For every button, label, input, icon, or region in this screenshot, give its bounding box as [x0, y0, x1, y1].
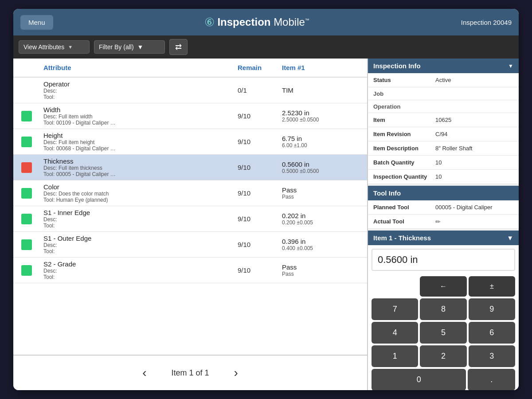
attr-indicator	[13, 238, 40, 252]
key-0[interactable]: 0	[372, 369, 466, 390]
info-row: Item Revision C/94	[368, 127, 519, 141]
keypad-row-0dot: 0 .	[372, 369, 515, 390]
measurement-header: Item 1 - Thickness ▼	[368, 231, 519, 245]
table-row[interactable]: Height Desc: Full item height Tool: 0006…	[13, 129, 367, 155]
tool-info-value: 00005 - Digital Caliper	[435, 204, 493, 211]
menu-button[interactable]: Menu	[20, 15, 53, 30]
attr-desc: Desc: Full item width	[43, 113, 231, 120]
table-row[interactable]: Operator Desc: Tool: 0/1 TIM	[13, 78, 367, 103]
attr-desc: Desc:	[43, 242, 231, 248]
attr-desc: Desc:	[43, 216, 231, 223]
attr-name: Operator	[43, 80, 231, 88]
keypad-special-row: ← ±	[372, 276, 515, 297]
attr-desc: Desc:	[43, 88, 231, 94]
attr-value: 0.202 in 0.200 ±0.005	[278, 210, 367, 227]
edit-icon[interactable]: ✏	[435, 218, 441, 225]
filter-arrow-icon: ▼	[137, 43, 144, 51]
info-label: Status	[373, 77, 435, 83]
info-row: Item Description 8" Roller Shaft	[368, 141, 519, 156]
key-7[interactable]: 7	[372, 298, 418, 320]
inspection-id: Inspection 20049	[461, 19, 512, 26]
attr-value: TIM	[278, 85, 367, 96]
attr-name: Thickness	[43, 157, 231, 165]
next-item-button[interactable]: ›	[227, 362, 245, 383]
attr-info: Operator Desc: Tool:	[40, 78, 234, 103]
indicator-box-green	[21, 265, 32, 276]
measurement-display: 0.5600 in	[372, 249, 515, 271]
logo-icon: ⑥	[204, 16, 215, 29]
key-8[interactable]: 8	[420, 298, 466, 320]
inspection-info-rows: Status Active JobOperation Item 10625 It…	[368, 73, 519, 184]
attr-desc: Desc: Does the color match	[43, 191, 231, 197]
attr-value-main: 6.75 in	[282, 135, 364, 142]
table-row[interactable]: S1 - Outer Edge Desc: Tool: 9/10 0.396 i…	[13, 232, 367, 258]
attr-value-sub: 2.5000 ±0.0500	[282, 117, 364, 123]
attr-info: Width Desc: Full item width Tool: 00109 …	[40, 103, 234, 129]
key-3[interactable]: 3	[469, 345, 515, 367]
key-4[interactable]: 4	[372, 322, 418, 344]
key-1[interactable]: 1	[372, 345, 418, 367]
attr-remain: 0/1	[234, 85, 278, 96]
attr-info: S2 - Grade Desc: Tool:	[40, 258, 234, 283]
info-row: Status Active	[368, 73, 519, 87]
attr-value-sub: Pass	[282, 271, 364, 277]
table-row[interactable]: Thickness Desc: Full item thickness Tool…	[13, 155, 367, 180]
key-6[interactable]: 6	[469, 322, 515, 344]
info-value: 10	[435, 173, 442, 180]
key-2[interactable]: 2	[420, 345, 466, 367]
attr-tool: Tool:	[43, 274, 231, 280]
tool-info-section: Tool Info Planned Tool 00005 - Digital C…	[368, 186, 519, 229]
info-label: Batch Quantity	[373, 159, 435, 166]
main-content: Attribute Remain Item #1 Operator Desc: …	[13, 59, 519, 390]
attr-value-sub: 0.5000 ±0.0500	[282, 168, 364, 174]
attr-indicator	[13, 212, 40, 226]
attr-value-main: 0.202 in	[282, 212, 364, 219]
info-row: Item 10625	[368, 113, 519, 127]
attr-name: S1 - Outer Edge	[43, 235, 231, 242]
attr-value-main: TIM	[282, 86, 364, 94]
inspection-info-arrow-icon: ▼	[508, 63, 513, 69]
plusminus-button[interactable]: ±	[469, 276, 515, 297]
indicator-box-green	[21, 239, 32, 250]
attr-tool: Tool:	[43, 223, 231, 229]
dropdown-arrow-icon: ▼	[68, 44, 73, 50]
filter-dropdown[interactable]: Filter By (all) ▼	[94, 40, 165, 54]
tool-info-rows: Planned Tool 00005 - Digital Caliper Act…	[368, 200, 519, 229]
info-row: Inspection Quantity 10	[368, 170, 519, 184]
attr-indicator	[13, 263, 40, 278]
toolbar: View Attributes ▼ Filter By (all) ▼ ⇄	[13, 35, 519, 59]
attr-tool: Tool:	[43, 248, 231, 254]
attr-value: 0.5600 in 0.5000 ±0.0500	[278, 159, 367, 176]
keypad-row-789: 7 8 9	[372, 298, 515, 320]
attr-info: S1 - Inner Edge Desc: Tool:	[40, 206, 234, 231]
key-9[interactable]: 9	[469, 298, 515, 320]
info-label: Inspection Quantity	[373, 173, 435, 180]
view-attributes-dropdown[interactable]: View Attributes ▼	[19, 40, 90, 54]
measurement-title: Item 1 - Thickness	[373, 234, 431, 242]
attr-value: 0.396 in 0.400 ±0.005	[278, 236, 367, 253]
key-5[interactable]: 5	[420, 322, 466, 344]
backspace-button[interactable]: ←	[420, 276, 466, 297]
attr-indicator	[13, 160, 40, 175]
attr-remain: 9/10	[234, 213, 278, 224]
info-value: C/94	[435, 131, 447, 137]
inspection-info-section: Inspection Info ▼ Status Active JobOpera…	[368, 59, 519, 184]
table-row[interactable]: S2 - Grade Desc: Tool: 9/10 Pass Pass	[13, 258, 367, 283]
attr-remain: 9/10	[234, 162, 278, 173]
info-value: 8" Roller Shaft	[435, 145, 472, 152]
prev-item-button[interactable]: ‹	[135, 362, 153, 383]
attr-name: Width	[43, 106, 231, 113]
attr-info: Color Desc: Does the color match Tool: H…	[40, 180, 234, 206]
tool-info-header: Tool Info	[368, 186, 519, 200]
attr-indicator	[13, 186, 40, 200]
attr-value-main: Pass	[282, 263, 364, 271]
table-row[interactable]: Color Desc: Does the color match Tool: H…	[13, 180, 367, 206]
key-dot[interactable]: .	[468, 369, 515, 390]
table-row[interactable]: S1 - Inner Edge Desc: Tool: 9/10 0.202 i…	[13, 206, 367, 232]
attr-indicator	[13, 89, 40, 92]
swap-button[interactable]: ⇄	[169, 39, 188, 55]
info-value: 10	[435, 159, 442, 166]
table-row[interactable]: Width Desc: Full item width Tool: 00109 …	[13, 103, 367, 129]
attr-remain: 9/10	[234, 239, 278, 250]
inspection-info-title: Inspection Info	[373, 62, 421, 70]
